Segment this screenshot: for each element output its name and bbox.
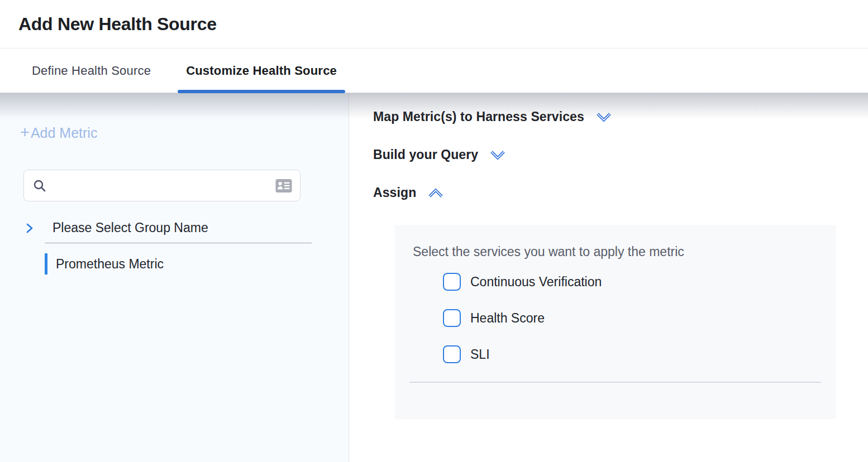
tab-bar: Define Health Source Customize Health So…: [0, 49, 868, 93]
metric-list-item-prometheus[interactable]: Prometheus Metric: [45, 253, 349, 275]
contact-card-icon[interactable]: [275, 179, 292, 193]
content-area: + Add Metric: [0, 93, 868, 462]
section-assign-label: Assign: [373, 185, 416, 200]
checkbox-health-score[interactable]: [443, 309, 461, 327]
section-build-query-label: Build your Query: [373, 147, 478, 162]
checkbox-sli[interactable]: [443, 345, 461, 363]
selected-indicator-bar: [45, 253, 47, 275]
checkbox-label: SLI: [470, 347, 490, 362]
section-build-query-header[interactable]: Build your Query: [373, 147, 868, 162]
tab-customize-label: Customize Health Source: [186, 64, 337, 78]
chevron-up-icon: [428, 188, 443, 198]
search-input[interactable]: [52, 179, 270, 192]
customize-main-panel: Map Metric(s) to Harness Services Build …: [349, 93, 868, 462]
option-health-score[interactable]: Health Score: [443, 309, 836, 327]
tab-define-label: Define Health Source: [32, 64, 151, 78]
title-bar: Add New Health Source: [0, 0, 868, 49]
chevron-down-icon: [490, 150, 505, 160]
chevron-right-icon[interactable]: [25, 223, 35, 234]
assign-prompt: Select the services you want to apply th…: [395, 225, 836, 259]
section-map-metrics-header[interactable]: Map Metric(s) to Harness Services: [373, 109, 868, 124]
tab-define-health-source[interactable]: Define Health Source: [32, 49, 151, 93]
section-map-metrics-label: Map Metric(s) to Harness Services: [373, 109, 584, 124]
add-metric-label: Add Metric: [31, 125, 97, 141]
checkbox-continuous-verification[interactable]: [443, 273, 461, 291]
option-sli[interactable]: SLI: [443, 345, 836, 363]
checkbox-label: Health Score: [470, 311, 545, 326]
page-title: Add New Health Source: [18, 14, 217, 35]
metric-item-label: Prometheus Metric: [56, 257, 164, 272]
metric-search-box: [23, 170, 301, 201]
option-continuous-verification[interactable]: Continuous Verification: [443, 273, 836, 291]
tab-customize-health-source[interactable]: Customize Health Source: [178, 49, 345, 93]
group-name-row[interactable]: Please Select Group Name: [0, 220, 349, 235]
metrics-sidebar: + Add Metric: [0, 93, 349, 462]
search-icon: [33, 179, 46, 192]
group-divider: [45, 243, 312, 243]
chevron-down-icon: [596, 112, 612, 122]
group-name-label: Please Select Group Name: [53, 220, 208, 235]
assign-panel: Select the services you want to apply th…: [395, 225, 836, 419]
assign-panel-divider: [409, 382, 821, 383]
checkbox-label: Continuous Verification: [470, 275, 602, 290]
add-health-source-dialog: Add New Health Source Define Health Sour…: [0, 0, 868, 462]
add-metric-button[interactable]: + Add Metric: [20, 125, 97, 141]
section-assign-header[interactable]: Assign: [373, 185, 868, 200]
plus-icon: +: [20, 124, 30, 141]
